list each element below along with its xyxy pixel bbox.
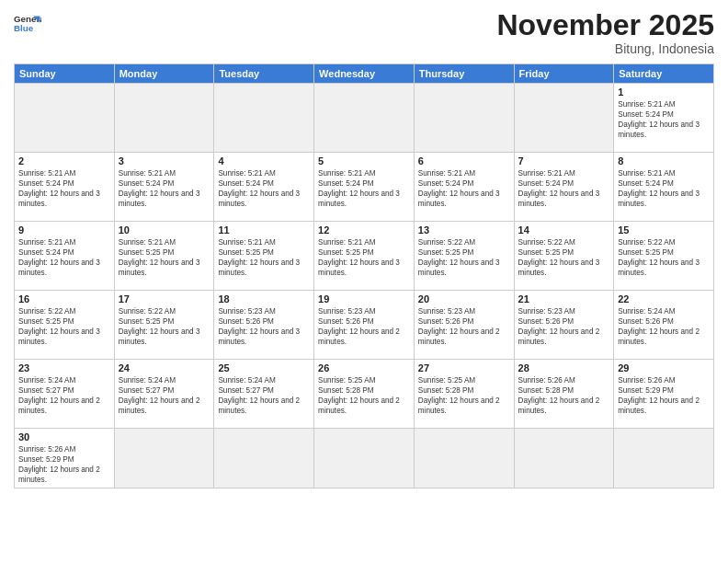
day-header-wednesday: Wednesday [314, 64, 415, 84]
calendar-cell: 28Sunrise: 5:26 AMSunset: 5:28 PMDayligh… [514, 360, 614, 429]
date-number: 29 [618, 362, 710, 373]
header: General Blue November 2025 Bitung, Indon… [14, 9, 714, 56]
calendar-cell [214, 84, 314, 153]
date-number: 30 [18, 431, 110, 442]
date-number: 4 [218, 155, 310, 167]
calendar-cell: 10Sunrise: 5:21 AMSunset: 5:25 PMDayligh… [114, 222, 214, 291]
date-number: 16 [18, 293, 110, 304]
calendar-cell: 9Sunrise: 5:21 AMSunset: 5:24 PMDaylight… [15, 222, 115, 291]
cell-info: Sunrise: 5:26 AMSunset: 5:29 PMDaylight:… [18, 444, 110, 485]
date-number: 2 [18, 155, 110, 167]
logo-icon: General Blue [14, 9, 41, 37]
calendar-cell: 14Sunrise: 5:22 AMSunset: 5:25 PMDayligh… [514, 222, 614, 291]
cell-info: Sunrise: 5:26 AMSunset: 5:29 PMDaylight:… [618, 375, 710, 416]
calendar-cell: 20Sunrise: 5:23 AMSunset: 5:26 PMDayligh… [414, 291, 514, 360]
cell-info: Sunrise: 5:22 AMSunset: 5:25 PMDaylight:… [418, 237, 510, 278]
calendar-cell: 4Sunrise: 5:21 AMSunset: 5:24 PMDaylight… [214, 153, 314, 222]
calendar-cell: 22Sunrise: 5:24 AMSunset: 5:26 PMDayligh… [614, 291, 714, 360]
cell-info: Sunrise: 5:22 AMSunset: 5:25 PMDaylight:… [18, 306, 110, 347]
cell-info: Sunrise: 5:23 AMSunset: 5:26 PMDaylight:… [318, 306, 410, 347]
day-header-saturday: Saturday [614, 64, 714, 84]
day-header-friday: Friday [514, 64, 614, 84]
cell-info: Sunrise: 5:24 AMSunset: 5:26 PMDaylight:… [618, 306, 710, 347]
cell-info: Sunrise: 5:26 AMSunset: 5:28 PMDaylight:… [518, 375, 610, 416]
date-number: 25 [218, 362, 310, 373]
calendar-cell: 1Sunrise: 5:21 AMSunset: 5:24 PMDaylight… [614, 84, 714, 153]
calendar-cell [514, 84, 614, 153]
date-number: 19 [318, 293, 410, 304]
date-number: 22 [618, 293, 710, 304]
calendar-cell: 29Sunrise: 5:26 AMSunset: 5:29 PMDayligh… [614, 360, 714, 429]
calendar-cell [514, 429, 614, 488]
cell-info: Sunrise: 5:21 AMSunset: 5:24 PMDaylight:… [518, 168, 610, 209]
calendar-cell: 17Sunrise: 5:22 AMSunset: 5:25 PMDayligh… [114, 291, 214, 360]
calendar-cell: 6Sunrise: 5:21 AMSunset: 5:24 PMDaylight… [414, 153, 514, 222]
date-number: 28 [518, 362, 610, 373]
calendar-cell [314, 429, 415, 488]
calendar-cell: 11Sunrise: 5:21 AMSunset: 5:25 PMDayligh… [214, 222, 314, 291]
cell-info: Sunrise: 5:21 AMSunset: 5:24 PMDaylight:… [18, 237, 110, 278]
cell-info: Sunrise: 5:21 AMSunset: 5:25 PMDaylight:… [218, 237, 310, 278]
cell-info: Sunrise: 5:21 AMSunset: 5:24 PMDaylight:… [18, 168, 110, 209]
cell-info: Sunrise: 5:24 AMSunset: 5:27 PMDaylight:… [119, 375, 210, 416]
day-header-monday: Monday [114, 64, 214, 84]
date-number: 7 [518, 155, 610, 167]
calendar-cell [15, 84, 115, 153]
cell-info: Sunrise: 5:24 AMSunset: 5:27 PMDaylight:… [18, 375, 110, 416]
calendar-table: SundayMondayTuesdayWednesdayThursdayFrid… [14, 63, 714, 488]
date-number: 12 [318, 224, 410, 236]
cell-info: Sunrise: 5:23 AMSunset: 5:26 PMDaylight:… [418, 306, 510, 347]
calendar-cell [614, 429, 714, 488]
cell-info: Sunrise: 5:21 AMSunset: 5:25 PMDaylight:… [119, 237, 210, 278]
date-number: 11 [218, 224, 310, 236]
cell-info: Sunrise: 5:21 AMSunset: 5:24 PMDaylight:… [418, 168, 510, 209]
calendar-cell: 21Sunrise: 5:23 AMSunset: 5:26 PMDayligh… [514, 291, 614, 360]
location: Bitung, Indonesia [496, 41, 714, 56]
calendar-page: General Blue November 2025 Bitung, Indon… [0, 0, 728, 563]
cell-info: Sunrise: 5:21 AMSunset: 5:24 PMDaylight:… [618, 99, 710, 140]
date-number: 9 [18, 224, 110, 236]
title-block: November 2025 Bitung, Indonesia [496, 9, 714, 56]
date-number: 14 [518, 224, 610, 236]
cell-info: Sunrise: 5:23 AMSunset: 5:26 PMDaylight:… [518, 306, 610, 347]
calendar-cell: 15Sunrise: 5:22 AMSunset: 5:25 PMDayligh… [614, 222, 714, 291]
calendar-cell [414, 429, 514, 488]
calendar-cell: 25Sunrise: 5:24 AMSunset: 5:27 PMDayligh… [214, 360, 314, 429]
calendar-cell: 23Sunrise: 5:24 AMSunset: 5:27 PMDayligh… [15, 360, 115, 429]
svg-text:Blue: Blue [14, 23, 34, 33]
date-number: 6 [418, 155, 510, 167]
logo: General Blue [14, 9, 41, 37]
date-number: 8 [618, 155, 710, 167]
date-number: 18 [218, 293, 310, 304]
cell-info: Sunrise: 5:22 AMSunset: 5:25 PMDaylight:… [618, 237, 710, 278]
calendar-cell: 18Sunrise: 5:23 AMSunset: 5:26 PMDayligh… [214, 291, 314, 360]
day-header-tuesday: Tuesday [214, 64, 314, 84]
calendar-cell: 2Sunrise: 5:21 AMSunset: 5:24 PMDaylight… [15, 153, 115, 222]
calendar-cell: 8Sunrise: 5:21 AMSunset: 5:24 PMDaylight… [614, 153, 714, 222]
date-number: 24 [119, 362, 210, 373]
date-number: 27 [418, 362, 510, 373]
calendar-cell: 30Sunrise: 5:26 AMSunset: 5:29 PMDayligh… [15, 429, 115, 488]
date-number: 13 [418, 224, 510, 236]
calendar-cell: 3Sunrise: 5:21 AMSunset: 5:24 PMDaylight… [114, 153, 214, 222]
calendar-cell: 26Sunrise: 5:25 AMSunset: 5:28 PMDayligh… [314, 360, 415, 429]
date-number: 21 [518, 293, 610, 304]
cell-info: Sunrise: 5:25 AMSunset: 5:28 PMDaylight:… [318, 375, 410, 416]
date-number: 20 [418, 293, 510, 304]
cell-info: Sunrise: 5:23 AMSunset: 5:26 PMDaylight:… [218, 306, 310, 347]
date-number: 26 [318, 362, 410, 373]
date-number: 5 [318, 155, 410, 167]
date-number: 15 [618, 224, 710, 236]
date-number: 17 [119, 293, 210, 304]
calendar-cell [314, 84, 415, 153]
calendar-cell: 27Sunrise: 5:25 AMSunset: 5:28 PMDayligh… [414, 360, 514, 429]
calendar-cell: 7Sunrise: 5:21 AMSunset: 5:24 PMDaylight… [514, 153, 614, 222]
calendar-cell: 12Sunrise: 5:21 AMSunset: 5:25 PMDayligh… [314, 222, 415, 291]
day-header-thursday: Thursday [414, 64, 514, 84]
cell-info: Sunrise: 5:22 AMSunset: 5:25 PMDaylight:… [119, 306, 210, 347]
cell-info: Sunrise: 5:21 AMSunset: 5:25 PMDaylight:… [318, 237, 410, 278]
calendar-cell [214, 429, 314, 488]
calendar-cell: 16Sunrise: 5:22 AMSunset: 5:25 PMDayligh… [15, 291, 115, 360]
cell-info: Sunrise: 5:22 AMSunset: 5:25 PMDaylight:… [518, 237, 610, 278]
cell-info: Sunrise: 5:25 AMSunset: 5:28 PMDaylight:… [418, 375, 510, 416]
